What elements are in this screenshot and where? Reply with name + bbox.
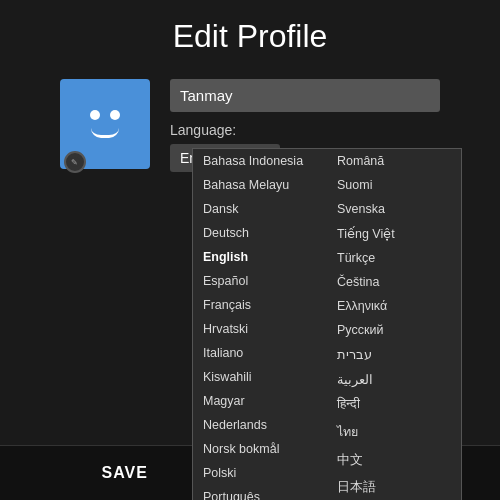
dropdown-item[interactable]: Tiếng Việt xyxy=(327,221,461,246)
dropdown-item[interactable]: Español xyxy=(193,269,327,293)
dropdown-item[interactable]: ไทย xyxy=(327,417,461,447)
dropdown-item[interactable]: Português xyxy=(193,485,327,500)
dropdown-item[interactable]: हिन्दी xyxy=(327,392,461,417)
dropdown-item[interactable]: Français xyxy=(193,293,327,317)
pencil-icon: ✎ xyxy=(69,156,81,168)
dropdown-item[interactable]: Nederlands xyxy=(193,413,327,437)
svg-text:✎: ✎ xyxy=(71,158,78,167)
dropdown-item[interactable]: English xyxy=(193,245,327,269)
dropdown-item[interactable]: العربية xyxy=(327,367,461,392)
dropdown-item[interactable]: Magyar xyxy=(193,389,327,413)
page-title: Edit Profile xyxy=(0,0,500,69)
dropdown-item[interactable]: Suomi xyxy=(327,173,461,197)
dropdown-item[interactable]: Deutsch xyxy=(193,221,327,245)
avatar-container: ✎ xyxy=(60,79,150,169)
language-dropdown-list: Bahasa IndonesiaBahasa MelayuDanskDeutsc… xyxy=(192,148,462,500)
dropdown-item[interactable]: Kiswahili xyxy=(193,365,327,389)
name-input[interactable] xyxy=(170,79,440,112)
language-label: Language: xyxy=(170,122,440,138)
avatar-edit-button[interactable]: ✎ xyxy=(64,151,86,173)
avatar-eye-right xyxy=(110,110,120,120)
dropdown-item[interactable]: Polski xyxy=(193,461,327,485)
dropdown-item[interactable]: Hrvatski xyxy=(193,317,327,341)
dropdown-item[interactable]: עברית xyxy=(327,342,461,367)
dropdown-item[interactable]: Ελληνικά xyxy=(327,294,461,318)
dropdown-item[interactable]: Dansk xyxy=(193,197,327,221)
dropdown-item[interactable]: 中文 xyxy=(327,447,461,474)
dropdown-item[interactable]: Bahasa Melayu xyxy=(193,173,327,197)
avatar-eye-left xyxy=(90,110,100,120)
dropdown-col-left: Bahasa IndonesiaBahasa MelayuDanskDeutsc… xyxy=(193,149,327,500)
dropdown-col-right: RomânăSuomiSvenskaTiếng ViệtTürkçeČeštin… xyxy=(327,149,461,500)
dropdown-item[interactable]: Norsk bokmål xyxy=(193,437,327,461)
avatar-smile xyxy=(91,128,119,138)
dropdown-item[interactable]: Română xyxy=(327,149,461,173)
dropdown-item[interactable]: Svenska xyxy=(327,197,461,221)
dropdown-item[interactable]: Русский xyxy=(327,318,461,342)
dropdown-item[interactable]: Čeština xyxy=(327,270,461,294)
avatar-face xyxy=(90,110,120,120)
dropdown-item[interactable]: Bahasa Indonesia xyxy=(193,149,327,173)
dropdown-item[interactable]: Italiano xyxy=(193,341,327,365)
dropdown-item[interactable]: 日本語 xyxy=(327,474,461,500)
dropdown-item[interactable]: Türkçe xyxy=(327,246,461,270)
